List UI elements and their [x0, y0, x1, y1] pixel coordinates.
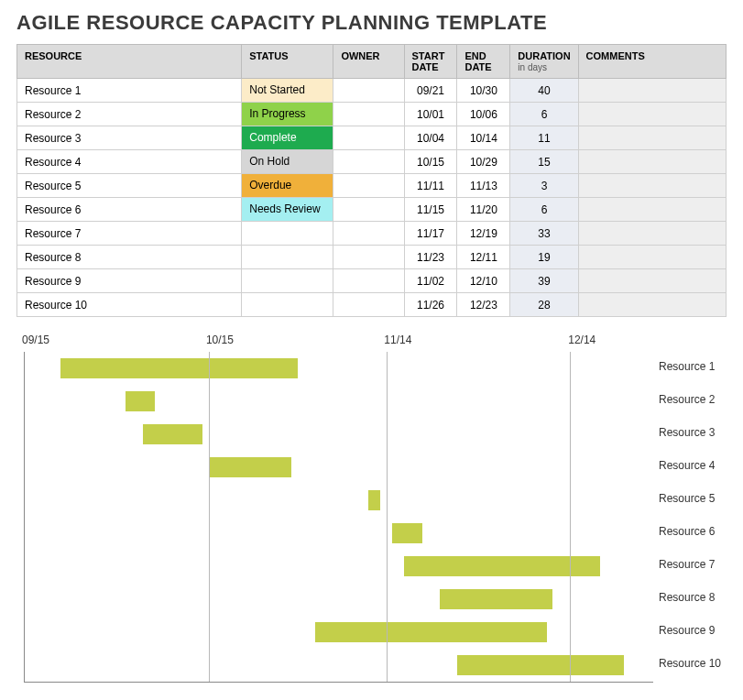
status-badge[interactable]: On Hold: [242, 150, 333, 173]
comments-cell[interactable]: [578, 126, 726, 150]
end-date-cell[interactable]: 12/19: [457, 222, 510, 246]
start-date-cell[interactable]: 11/15: [404, 198, 457, 222]
resource-name-cell[interactable]: Resource 1: [17, 79, 242, 103]
end-date-cell[interactable]: 10/29: [457, 150, 510, 174]
gantt-bar[interactable]: [392, 523, 421, 543]
comments-cell[interactable]: [578, 174, 726, 198]
resource-name-cell[interactable]: Resource 7: [17, 222, 242, 246]
gantt-bar[interactable]: [60, 358, 298, 378]
comments-cell[interactable]: [578, 246, 726, 269]
status-cell[interactable]: [242, 222, 333, 246]
duration-cell[interactable]: 19: [510, 246, 578, 269]
table-row[interactable]: Resource 711/1712/1933: [17, 222, 727, 246]
start-date-cell[interactable]: 11/02: [404, 269, 457, 293]
comments-cell[interactable]: [578, 293, 726, 317]
status-badge[interactable]: Overdue: [242, 174, 333, 197]
start-date-cell[interactable]: 11/26: [404, 293, 457, 317]
gantt-body: Resource 1Resource 2Resource 3Resource 4…: [24, 352, 653, 683]
status-cell[interactable]: Not Started: [242, 79, 333, 103]
gantt-bar[interactable]: [368, 490, 380, 510]
end-date-cell[interactable]: 11/13: [457, 174, 510, 198]
status-cell[interactable]: [242, 269, 333, 293]
comments-cell[interactable]: [578, 222, 726, 246]
start-date-cell[interactable]: 11/17: [404, 222, 457, 246]
gantt-bar[interactable]: [440, 589, 552, 609]
gantt-bar[interactable]: [143, 424, 202, 444]
gantt-bar[interactable]: [315, 622, 546, 642]
resource-name-cell[interactable]: Resource 6: [17, 198, 242, 222]
start-date-cell[interactable]: 11/23: [404, 246, 457, 269]
table-row[interactable]: Resource 5Overdue11/1111/133: [17, 174, 727, 198]
owner-cell[interactable]: [333, 79, 404, 103]
start-date-cell[interactable]: 10/04: [404, 126, 457, 150]
duration-cell[interactable]: 40: [510, 79, 578, 103]
status-cell[interactable]: Needs Review: [242, 198, 333, 222]
start-date-cell[interactable]: 10/15: [404, 150, 457, 174]
owner-cell[interactable]: [333, 293, 404, 317]
table-row[interactable]: Resource 6Needs Review11/1511/206: [17, 198, 727, 222]
duration-cell[interactable]: 33: [510, 222, 578, 246]
gantt-bar[interactable]: [209, 457, 292, 477]
owner-cell[interactable]: [333, 198, 404, 222]
gantt-row: Resource 2: [25, 385, 653, 418]
duration-cell[interactable]: 15: [510, 150, 578, 174]
gantt-bar[interactable]: [457, 655, 623, 675]
status-badge[interactable]: Needs Review: [242, 198, 333, 221]
status-cell[interactable]: [242, 293, 333, 317]
owner-cell[interactable]: [333, 103, 404, 126]
table-row[interactable]: Resource 1Not Started09/2110/3040: [17, 79, 727, 103]
end-date-cell[interactable]: 12/11: [457, 246, 510, 269]
status-cell[interactable]: Complete: [242, 126, 333, 150]
owner-cell[interactable]: [333, 222, 404, 246]
resource-name-cell[interactable]: Resource 5: [17, 174, 242, 198]
owner-cell[interactable]: [333, 269, 404, 293]
owner-cell[interactable]: [333, 174, 404, 198]
resource-name-cell[interactable]: Resource 2: [17, 103, 242, 126]
table-row[interactable]: Resource 3Complete10/0410/1411: [17, 126, 727, 150]
comments-cell[interactable]: [578, 269, 726, 293]
resource-name-cell[interactable]: Resource 9: [17, 269, 242, 293]
duration-cell[interactable]: 6: [510, 103, 578, 126]
table-row[interactable]: Resource 911/0212/1039: [17, 269, 727, 293]
start-date-cell[interactable]: 11/11: [404, 174, 457, 198]
duration-cell[interactable]: 39: [510, 269, 578, 293]
status-cell[interactable]: In Progress: [242, 103, 333, 126]
start-date-cell[interactable]: 10/01: [404, 103, 457, 126]
gantt-axis: 09/1510/1511/1412/14: [24, 334, 653, 352]
table-row[interactable]: Resource 4On Hold10/1510/2915: [17, 150, 727, 174]
comments-cell[interactable]: [578, 198, 726, 222]
owner-cell[interactable]: [333, 126, 404, 150]
end-date-cell[interactable]: 10/30: [457, 79, 510, 103]
duration-cell[interactable]: 6: [510, 198, 578, 222]
table-row[interactable]: Resource 2In Progress10/0110/066: [17, 103, 727, 126]
table-row[interactable]: Resource 1011/2612/2328: [17, 293, 727, 317]
resource-name-cell[interactable]: Resource 10: [17, 293, 242, 317]
status-badge[interactable]: In Progress: [242, 103, 333, 126]
end-date-cell[interactable]: 10/06: [457, 103, 510, 126]
resource-name-cell[interactable]: Resource 3: [17, 126, 242, 150]
resource-name-cell[interactable]: Resource 4: [17, 150, 242, 174]
end-date-cell[interactable]: 12/10: [457, 269, 510, 293]
end-date-cell[interactable]: 10/14: [457, 126, 510, 150]
duration-cell[interactable]: 3: [510, 174, 578, 198]
comments-cell[interactable]: [578, 103, 726, 126]
status-cell[interactable]: [242, 246, 333, 269]
owner-cell[interactable]: [333, 150, 404, 174]
end-date-cell[interactable]: 12/23: [457, 293, 510, 317]
gantt-bar[interactable]: [126, 391, 155, 411]
status-badge[interactable]: Complete: [242, 126, 333, 149]
comments-cell[interactable]: [578, 150, 726, 174]
status-badge[interactable]: Not Started: [242, 79, 333, 102]
duration-cell[interactable]: 28: [510, 293, 578, 317]
status-cell[interactable]: Overdue: [242, 174, 333, 198]
start-date-cell[interactable]: 09/21: [404, 79, 457, 103]
end-date-cell[interactable]: 11/20: [457, 198, 510, 222]
resource-name-cell[interactable]: Resource 8: [17, 246, 242, 269]
status-cell[interactable]: On Hold: [242, 150, 333, 174]
duration-cell[interactable]: 11: [510, 126, 578, 150]
owner-cell[interactable]: [333, 246, 404, 269]
table-row[interactable]: Resource 811/2312/1119: [17, 246, 727, 269]
comments-cell[interactable]: [578, 79, 726, 103]
gantt-row-label: Resource 6: [659, 525, 725, 538]
gantt-row: Resource 9: [25, 616, 653, 649]
